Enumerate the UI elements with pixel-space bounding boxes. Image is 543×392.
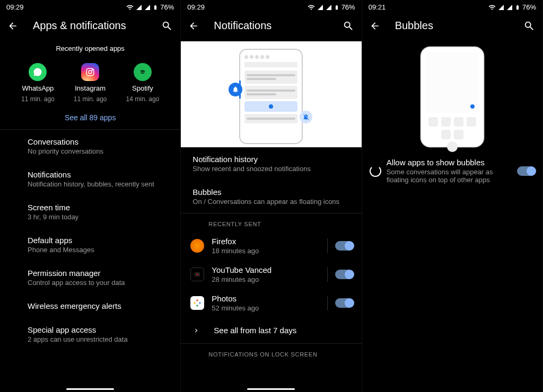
whatsapp-icon (29, 63, 47, 81)
status-icons: 76% (488, 3, 536, 11)
app-time: 14 min. ago (126, 95, 160, 103)
loading-spinner-icon (370, 165, 381, 177)
lock-screen-header: NOTIFICATIONS ON LOCK SCREEN (181, 344, 361, 362)
signal-icon (498, 4, 504, 11)
status-icons: 76% (126, 3, 174, 11)
nav-indicator[interactable] (66, 388, 114, 390)
status-icons: 76% (308, 3, 355, 11)
status-bar: 09:29 76% (0, 0, 180, 14)
item-title: Bubbles (192, 188, 361, 197)
notif-name: Photos (212, 294, 319, 303)
toggle-firefox[interactable] (335, 241, 353, 251)
divider (327, 296, 328, 310)
notif-row-photos[interactable]: Photos 52 minutes ago (181, 289, 361, 317)
back-button[interactable] (188, 21, 199, 31)
battery-icon (153, 4, 158, 11)
item-permission-manager[interactable]: Permission manager Control app access to… (0, 261, 180, 294)
see-all-last-7-days[interactable]: See all from last 7 days (181, 317, 361, 343)
firefox-icon (190, 239, 204, 253)
signal-icon (136, 4, 142, 11)
battery-icon (515, 4, 520, 11)
signal-icon (326, 4, 332, 11)
status-bar: 09:21 76% (362, 0, 542, 14)
app-bar: Apps & notifications (0, 14, 180, 41)
spotify-icon (134, 63, 152, 81)
item-special-app-access[interactable]: Special app access 2 apps can use unrest… (0, 318, 180, 351)
recent-apps-section: Recently opened apps WhatsApp 11 min. ag… (0, 41, 180, 129)
svg-point-3 (138, 68, 146, 76)
back-button[interactable] (7, 21, 18, 31)
item-sub: On / Conversations can appear as floatin… (192, 198, 361, 206)
item-default-apps[interactable]: Default apps Phone and Messages (0, 228, 180, 261)
item-screen-time[interactable]: Screen time 3 hr, 9 min today (0, 195, 180, 228)
battery-percent: 76% (160, 3, 174, 11)
battery-percent: 76% (522, 3, 536, 11)
youtube-vanced-icon (190, 268, 204, 281)
back-button[interactable] (370, 21, 380, 31)
item-conversations[interactable]: Conversations No priority conversations (0, 130, 180, 163)
search-icon (523, 20, 535, 32)
page-title: Bubbles (395, 20, 509, 32)
arrow-back-icon (188, 21, 199, 31)
clock: 09:21 (369, 3, 386, 11)
recent-app-instagram[interactable]: Instagram 11 min. ago (74, 63, 107, 103)
toggle-youtube-vanced[interactable] (335, 270, 353, 279)
nav-indicator[interactable] (247, 388, 295, 390)
search-button[interactable] (161, 20, 173, 32)
arrow-back-icon (370, 21, 380, 31)
notif-row-youtube-vanced[interactable]: YouTube Vanced 28 minutes ago (181, 260, 361, 289)
signal-icon (144, 4, 151, 11)
search-button[interactable] (343, 20, 354, 32)
signal-icon (317, 4, 323, 11)
clock: 09:29 (6, 3, 24, 11)
item-sub: Show recent and snoozed notifications (192, 165, 361, 173)
item-sub: Notification history, bubbles, recently … (28, 180, 180, 188)
wifi-icon (308, 4, 315, 11)
app-name: WhatsApp (22, 84, 54, 92)
page-title: Notifications (214, 20, 327, 32)
chevron-right-icon (192, 327, 200, 334)
item-title: Notifications (28, 170, 180, 179)
notif-row-firefox[interactable]: Firefox 18 minutes ago (181, 231, 361, 260)
search-button[interactable] (523, 20, 535, 32)
item-bubbles[interactable]: Bubbles On / Conversations can appear as… (181, 180, 361, 213)
recent-app-whatsapp[interactable]: WhatsApp 11 min. ago (21, 63, 55, 103)
allow-bubbles-row[interactable]: Allow apps to show bubbles Some conversa… (362, 153, 542, 189)
toggle-title: Allow apps to show bubbles (387, 158, 512, 167)
recently-sent-header: RECENTLY SENT (181, 213, 361, 231)
recent-label: Recently opened apps (0, 41, 180, 63)
item-sub: 2 apps can use unrestricted data (28, 335, 180, 343)
panel-bubbles: 09:21 76% Bubbles Allow apps (362, 0, 543, 392)
hero-illustration (362, 41, 542, 153)
app-bar: Notifications (181, 14, 361, 41)
item-sub: Control app access to your data (28, 279, 180, 287)
item-title: Special app access (28, 325, 180, 334)
item-title: Permission manager (28, 269, 180, 278)
see-all-apps-link[interactable]: See all 89 apps (0, 103, 180, 129)
toggle-allow-bubbles[interactable] (517, 166, 535, 176)
item-notification-history[interactable]: Notification history Show recent and sno… (181, 147, 361, 180)
item-wireless-emergency[interactable]: Wireless emergency alerts (0, 294, 180, 318)
item-notifications[interactable]: Notifications Notification history, bubb… (0, 163, 180, 195)
svg-point-2 (92, 69, 93, 70)
recent-app-spotify[interactable]: Spotify 14 min. ago (126, 63, 160, 103)
phone-mock-icon (421, 47, 484, 147)
instagram-icon (81, 63, 99, 81)
item-sub: No priority conversations (28, 147, 180, 155)
status-bar: 09:29 76% (181, 0, 361, 14)
search-icon (343, 20, 354, 32)
toggle-photos[interactable] (335, 298, 353, 308)
signal-icon (506, 4, 513, 11)
notif-time: 52 minutes ago (212, 304, 319, 312)
wifi-icon (126, 4, 134, 11)
app-name: Spotify (132, 84, 153, 92)
app-time: 11 min. ago (74, 95, 107, 103)
divider (327, 267, 328, 282)
svg-point-1 (89, 70, 92, 74)
panel-apps-notifications: 09:29 76% Apps & notifications Recently … (0, 0, 181, 392)
app-name: Instagram (75, 84, 106, 92)
search-icon (161, 20, 173, 32)
app-time: 11 min. ago (21, 95, 55, 103)
hero-illustration (181, 41, 361, 147)
item-title: Conversations (28, 137, 180, 146)
